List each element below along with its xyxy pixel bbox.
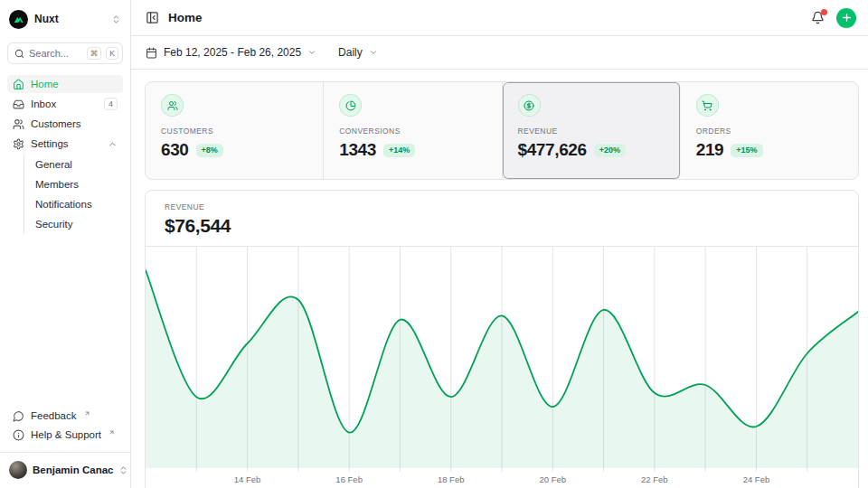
- revenue-area-chart[interactable]: [146, 247, 858, 472]
- sidebar-item-members[interactable]: Members: [35, 174, 123, 194]
- user-menu[interactable]: Benjamin Canac: [7, 453, 123, 481]
- dollar-circle-icon: [518, 94, 541, 117]
- nuxt-logo-icon: [9, 10, 28, 29]
- plus-icon: [841, 12, 853, 23]
- x-axis-label: 24 Feb: [743, 474, 770, 484]
- kbd-k: K: [106, 47, 118, 61]
- sub-item-label: Members: [35, 179, 79, 190]
- info-circle-icon: [13, 429, 24, 441]
- panel-left-close-icon[interactable]: [146, 11, 159, 24]
- revenue-chart-card: REVENUE $76,544 14 Feb16 Feb18 Feb20 Feb…: [145, 190, 859, 488]
- stat-label: REVENUE: [518, 127, 665, 136]
- add-button[interactable]: [836, 8, 856, 28]
- stat-card-orders[interactable]: ORDERS 219 +15%: [681, 82, 858, 179]
- chevrons-up-down-icon: [118, 465, 128, 475]
- sidebar-item-customers[interactable]: Customers: [7, 115, 123, 133]
- stat-label: CUSTOMERS: [161, 127, 307, 136]
- stat-delta-badge: +8%: [196, 144, 223, 157]
- stat-card-customers[interactable]: CUSTOMERS 630 +8%: [146, 82, 324, 179]
- user-avatar: [9, 461, 27, 479]
- chevrons-up-down-icon: [111, 14, 121, 24]
- sidebar-footer: Feedback Help & Support: [7, 407, 123, 445]
- sub-item-label: General: [35, 159, 72, 170]
- sidebar-item-notifications[interactable]: Notifications: [35, 194, 123, 214]
- sub-item-label: Notifications: [35, 199, 92, 210]
- stat-delta-badge: +14%: [383, 144, 415, 157]
- chevron-down-icon: [307, 48, 316, 57]
- footer-item-label: Help & Support: [31, 429, 101, 440]
- sidebar-item-general[interactable]: General: [35, 155, 123, 174]
- stat-card-conversions[interactable]: CONVERSIONS 1343 +14%: [324, 82, 502, 179]
- granularity-value: Daily: [338, 46, 363, 59]
- chevron-down-icon: [369, 48, 378, 57]
- shopping-cart-icon: [696, 94, 719, 117]
- date-range-value: Feb 12, 2025 - Feb 26, 2025: [164, 46, 301, 59]
- pie-chart-icon: [339, 94, 362, 117]
- date-range-picker[interactable]: Feb 12, 2025 - Feb 26, 2025: [146, 46, 316, 59]
- feedback-link[interactable]: Feedback: [7, 407, 123, 425]
- sidebar-item-label: Home: [31, 79, 59, 89]
- main-area: Home Feb 12, 2025 - Feb 26, 2025: [131, 0, 868, 488]
- granularity-select[interactable]: Daily: [338, 46, 378, 59]
- user-name: Benjamin Canac: [33, 465, 113, 475]
- dashboard-app: Nuxt Search... ⌘ K Home: [0, 0, 868, 488]
- message-bubble-icon: [13, 410, 24, 422]
- stat-card-revenue[interactable]: REVENUE $477,626 +20%: [503, 82, 681, 179]
- users-icon: [161, 94, 184, 117]
- calendar-icon: [146, 47, 157, 59]
- team-switcher[interactable]: Nuxt: [7, 7, 123, 31]
- x-axis-label: 20 Feb: [539, 474, 566, 484]
- sidebar: Nuxt Search... ⌘ K Home: [0, 0, 131, 488]
- chart-metric-label: REVENUE: [165, 202, 839, 211]
- help-support-link[interactable]: Help & Support: [7, 426, 123, 444]
- sidebar-item-label: Settings: [31, 138, 69, 149]
- stat-delta-badge: +20%: [594, 144, 626, 157]
- sidebar-item-label: Customers: [31, 118, 81, 129]
- chart-metric-value: $76,544: [165, 215, 839, 237]
- search-placeholder: Search...: [29, 48, 82, 59]
- external-link-icon: [84, 410, 90, 417]
- chevron-up-icon: [108, 139, 118, 149]
- x-axis-label: 14 Feb: [234, 474, 261, 484]
- stat-delta-badge: +15%: [731, 144, 762, 157]
- stat-value: 219: [696, 140, 724, 160]
- footer-item-label: Feedback: [31, 410, 77, 421]
- x-axis-label: 18 Feb: [438, 474, 465, 484]
- header-actions: [811, 8, 856, 28]
- sidebar-item-label: Inbox: [31, 99, 56, 109]
- stat-label: ORDERS: [696, 127, 843, 136]
- page-header: Home: [131, 0, 868, 36]
- stat-value: 630: [161, 140, 189, 160]
- notification-dot: [821, 9, 827, 15]
- home-icon: [13, 79, 24, 90]
- stats-row: CUSTOMERS 630 +8% CONVERSIONS 1343 +14%: [145, 81, 859, 180]
- page-content: CUSTOMERS 630 +8% CONVERSIONS 1343 +14%: [131, 70, 868, 488]
- team-name: Nuxt: [34, 13, 59, 25]
- x-axis: 14 Feb16 Feb18 Feb20 Feb22 Feb24 Feb: [146, 472, 858, 486]
- sidebar-item-settings[interactable]: Settings: [7, 135, 123, 153]
- inbox-icon: [13, 99, 24, 110]
- search-input[interactable]: Search... ⌘ K: [7, 42, 123, 64]
- inbox-count-badge: 4: [104, 98, 118, 110]
- sidebar-item-inbox[interactable]: Inbox 4: [7, 95, 123, 113]
- chart-header: REVENUE $76,544: [146, 191, 858, 247]
- chart-plot: [146, 247, 858, 472]
- external-link-icon: [108, 429, 115, 436]
- search-icon: [14, 49, 24, 59]
- gear-icon: [13, 138, 24, 150]
- kbd-meta: ⌘: [87, 47, 102, 61]
- notifications-button[interactable]: [811, 11, 825, 24]
- sidebar-item-home[interactable]: Home: [7, 75, 123, 93]
- users-icon: [13, 118, 24, 130]
- sub-item-label: Security: [35, 219, 73, 230]
- sidebar-spacer: [7, 234, 123, 407]
- sidebar-nav: Home Inbox 4 Customers Settings: [7, 75, 123, 234]
- stat-label: CONVERSIONS: [339, 127, 486, 136]
- stat-value: $477,626: [518, 140, 587, 160]
- settings-subtree: General Members Notifications Security: [24, 155, 123, 234]
- sidebar-item-security[interactable]: Security: [35, 214, 123, 234]
- x-axis-label: 22 Feb: [641, 474, 668, 484]
- filters-toolbar: Feb 12, 2025 - Feb 26, 2025 Daily: [131, 36, 868, 70]
- stat-value: 1343: [339, 140, 376, 160]
- x-axis-label: 16 Feb: [335, 474, 363, 484]
